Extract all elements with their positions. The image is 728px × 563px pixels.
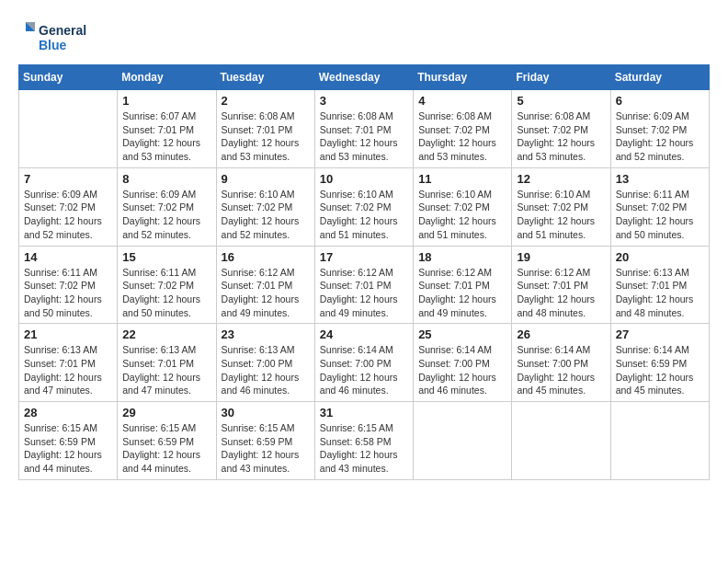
day-detail: Sunrise: 6:13 AMSunset: 7:01 PMDaylight:…	[24, 343, 112, 397]
day-number: 4	[418, 94, 506, 108]
day-number: 23	[222, 327, 310, 341]
week-row-4: 21Sunrise: 6:13 AMSunset: 7:01 PMDayligh…	[19, 324, 710, 402]
day-detail: Sunrise: 6:13 AMSunset: 7:01 PMDaylight:…	[122, 343, 210, 397]
calendar-cell: 13Sunrise: 6:11 AMSunset: 7:02 PMDayligh…	[610, 167, 709, 246]
calendar-cell: 15Sunrise: 6:11 AMSunset: 7:02 PMDayligh…	[118, 246, 216, 324]
day-detail: Sunrise: 6:12 AMSunset: 7:01 PMDaylight:…	[517, 266, 605, 320]
calendar-cell: 3Sunrise: 6:08 AMSunset: 7:01 PMDaylight…	[314, 90, 413, 168]
week-row-1: 1Sunrise: 6:07 AMSunset: 7:01 PMDaylight…	[19, 90, 710, 168]
calendar-cell: 29Sunrise: 6:15 AMSunset: 6:59 PMDayligh…	[118, 402, 216, 480]
day-detail: Sunrise: 6:08 AMSunset: 7:02 PMDaylight:…	[418, 109, 506, 164]
day-number: 27	[616, 327, 704, 341]
day-number: 16	[222, 250, 310, 264]
day-detail: Sunrise: 6:11 AMSunset: 7:02 PMDaylight:…	[24, 266, 112, 320]
week-row-2: 7Sunrise: 6:09 AMSunset: 7:02 PMDaylight…	[19, 167, 710, 246]
day-detail: Sunrise: 6:14 AMSunset: 6:59 PMDaylight:…	[616, 343, 704, 397]
day-detail: Sunrise: 6:10 AMSunset: 7:02 PMDaylight:…	[320, 188, 408, 242]
day-number: 26	[517, 327, 605, 341]
day-number: 13	[616, 172, 704, 186]
day-number: 21	[24, 327, 112, 341]
calendar-cell	[414, 402, 512, 480]
calendar-cell	[610, 402, 709, 480]
calendar-cell: 2Sunrise: 6:08 AMSunset: 7:01 PMDaylight…	[216, 90, 314, 168]
day-detail: Sunrise: 6:15 AMSunset: 6:59 PMDaylight:…	[122, 421, 210, 476]
day-detail: Sunrise: 6:10 AMSunset: 7:02 PMDaylight:…	[517, 188, 605, 242]
day-number: 20	[616, 250, 704, 264]
calendar-cell: 14Sunrise: 6:11 AMSunset: 7:02 PMDayligh…	[19, 246, 118, 324]
svg-text:General: General	[39, 23, 86, 38]
day-number: 24	[320, 327, 408, 341]
calendar-cell: 17Sunrise: 6:12 AMSunset: 7:01 PMDayligh…	[314, 246, 413, 324]
day-number: 30	[222, 406, 310, 419]
calendar-table: SundayMondayTuesdayWednesdayThursdayFrid…	[18, 64, 710, 480]
calendar-cell	[512, 402, 610, 480]
day-detail: Sunrise: 6:10 AMSunset: 7:02 PMDaylight:…	[418, 188, 506, 242]
day-detail: Sunrise: 6:11 AMSunset: 7:02 PMDaylight:…	[616, 188, 704, 242]
header-wednesday: Wednesday	[314, 65, 413, 90]
day-number: 8	[122, 172, 210, 186]
calendar-cell: 24Sunrise: 6:14 AMSunset: 7:00 PMDayligh…	[314, 324, 413, 402]
day-detail: Sunrise: 6:08 AMSunset: 7:01 PMDaylight:…	[320, 109, 408, 164]
calendar-cell: 7Sunrise: 6:09 AMSunset: 7:02 PMDaylight…	[19, 167, 118, 246]
calendar-cell: 1Sunrise: 6:07 AMSunset: 7:01 PMDaylight…	[118, 90, 216, 168]
day-detail: Sunrise: 6:08 AMSunset: 7:01 PMDaylight:…	[222, 109, 310, 164]
day-number: 31	[320, 406, 408, 419]
day-detail: Sunrise: 6:12 AMSunset: 7:01 PMDaylight:…	[418, 266, 506, 320]
day-number: 7	[24, 172, 112, 186]
calendar-cell: 10Sunrise: 6:10 AMSunset: 7:02 PMDayligh…	[314, 167, 413, 246]
calendar-cell: 5Sunrise: 6:08 AMSunset: 7:02 PMDaylight…	[512, 90, 610, 168]
day-detail: Sunrise: 6:11 AMSunset: 7:02 PMDaylight:…	[122, 266, 210, 320]
calendar-cell: 9Sunrise: 6:10 AMSunset: 7:02 PMDaylight…	[216, 167, 314, 246]
day-number: 6	[616, 94, 704, 108]
week-row-5: 28Sunrise: 6:15 AMSunset: 6:59 PMDayligh…	[19, 402, 710, 480]
day-detail: Sunrise: 6:09 AMSunset: 7:02 PMDaylight:…	[122, 188, 210, 242]
calendar-cell: 4Sunrise: 6:08 AMSunset: 7:02 PMDaylight…	[414, 90, 512, 168]
calendar-cell: 27Sunrise: 6:14 AMSunset: 6:59 PMDayligh…	[610, 324, 709, 402]
svg-text:Blue: Blue	[39, 38, 67, 52]
day-detail: Sunrise: 6:14 AMSunset: 7:00 PMDaylight:…	[320, 343, 408, 397]
calendar-cell: 19Sunrise: 6:12 AMSunset: 7:01 PMDayligh…	[512, 246, 610, 324]
header-sunday: Sunday	[19, 65, 118, 90]
calendar-cell: 30Sunrise: 6:15 AMSunset: 6:59 PMDayligh…	[216, 402, 314, 480]
calendar-cell: 11Sunrise: 6:10 AMSunset: 7:02 PMDayligh…	[414, 167, 512, 246]
header-monday: Monday	[118, 65, 216, 90]
day-detail: Sunrise: 6:09 AMSunset: 7:02 PMDaylight:…	[616, 109, 704, 164]
calendar-cell: 25Sunrise: 6:14 AMSunset: 7:00 PMDayligh…	[414, 324, 512, 402]
calendar-cell: 28Sunrise: 6:15 AMSunset: 6:59 PMDayligh…	[19, 402, 118, 480]
day-detail: Sunrise: 6:08 AMSunset: 7:02 PMDaylight:…	[517, 109, 605, 164]
day-number: 29	[122, 406, 210, 419]
calendar-cell: 6Sunrise: 6:09 AMSunset: 7:02 PMDaylight…	[610, 90, 709, 168]
day-number: 28	[24, 406, 112, 419]
day-number: 25	[418, 327, 506, 341]
logo-svg: General Blue	[18, 18, 101, 55]
day-number: 1	[122, 94, 210, 108]
day-detail: Sunrise: 6:14 AMSunset: 7:00 PMDaylight:…	[418, 343, 506, 397]
calendar-cell: 21Sunrise: 6:13 AMSunset: 7:01 PMDayligh…	[19, 324, 118, 402]
day-number: 19	[517, 250, 605, 264]
calendar-cell: 31Sunrise: 6:15 AMSunset: 6:58 PMDayligh…	[314, 402, 413, 480]
day-detail: Sunrise: 6:15 AMSunset: 6:59 PMDaylight:…	[222, 421, 310, 476]
day-detail: Sunrise: 6:15 AMSunset: 6:59 PMDaylight:…	[24, 421, 112, 476]
day-number: 10	[320, 172, 408, 186]
day-detail: Sunrise: 6:07 AMSunset: 7:01 PMDaylight:…	[122, 109, 210, 164]
header-thursday: Thursday	[414, 65, 512, 90]
day-number: 22	[122, 327, 210, 341]
day-number: 18	[418, 250, 506, 264]
day-detail: Sunrise: 6:12 AMSunset: 7:01 PMDaylight:…	[222, 266, 310, 320]
day-number: 2	[222, 94, 310, 108]
day-number: 11	[418, 172, 506, 186]
day-detail: Sunrise: 6:15 AMSunset: 6:58 PMDaylight:…	[320, 421, 408, 476]
calendar-cell: 20Sunrise: 6:13 AMSunset: 7:01 PMDayligh…	[610, 246, 709, 324]
calendar-cell: 8Sunrise: 6:09 AMSunset: 7:02 PMDaylight…	[118, 167, 216, 246]
calendar-cell: 22Sunrise: 6:13 AMSunset: 7:01 PMDayligh…	[118, 324, 216, 402]
calendar-cell: 18Sunrise: 6:12 AMSunset: 7:01 PMDayligh…	[414, 246, 512, 324]
calendar-cell: 16Sunrise: 6:12 AMSunset: 7:01 PMDayligh…	[216, 246, 314, 324]
day-number: 17	[320, 250, 408, 264]
day-detail: Sunrise: 6:13 AMSunset: 7:01 PMDaylight:…	[616, 266, 704, 320]
day-header-row: SundayMondayTuesdayWednesdayThursdayFrid…	[19, 65, 710, 90]
day-number: 3	[320, 94, 408, 108]
calendar-cell: 26Sunrise: 6:14 AMSunset: 7:00 PMDayligh…	[512, 324, 610, 402]
logo: General Blue	[18, 18, 101, 55]
day-number: 5	[517, 94, 605, 108]
day-detail: Sunrise: 6:10 AMSunset: 7:02 PMDaylight:…	[222, 188, 310, 242]
